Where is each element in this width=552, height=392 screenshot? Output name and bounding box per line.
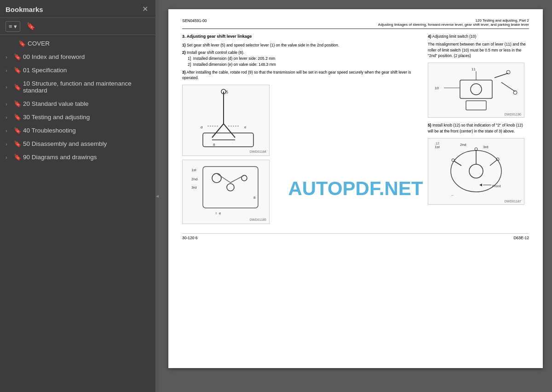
sidebar-item-50[interactable]: › 🔖 50 Disassembly and assembly [0,137,155,150]
svg-text:8: 8 [253,196,256,200]
sidebar-item-label: 30 Testing and adjusting [23,114,152,121]
step-2: 2) Install gear shift control cable (8).… [182,50,419,67]
step-4-title: 4) Adjusting limit switch (10) [428,34,529,40]
main-content: AUTOPDF.NET SEN04591-00 120 Testing and … [159,0,552,392]
diagram-left-top: 5 8 d e DWD01184 [182,85,270,156]
sidebar-item-20[interactable]: › 🔖 20 Standard value table [0,97,155,110]
page-header: SEN04591-00 120 Testing and adjusting, P… [182,18,529,29]
right-column: 4) Adjusting limit switch (10) The misal… [428,34,529,228]
close-button[interactable]: ✕ [140,5,150,14]
sidebar-toolbar: ≡ ▾ 🔖 [0,18,155,35]
diagram-label-top-right: DWD01190 [505,113,521,116]
svg-rect-15 [203,167,258,208]
svg-text:2nd: 2nd [191,177,197,181]
chevron-right-icon: › [6,128,12,133]
diagram-label-left-top: DWD01184 [250,150,266,155]
sidebar-item-label: 01 Specification [23,67,152,74]
chevron-right-icon: › [6,54,12,60]
sidebar-item-01[interactable]: › 🔖 01 Specification [0,63,155,77]
chevron-right-icon: › [6,84,12,90]
chevron-right-icon: › [6,141,12,147]
sidebar-item-90[interactable]: › 🔖 90 Diagrams and drawings [0,150,155,164]
diagram-label-bottom-right: DWD01187 [505,200,521,203]
sidebar-item-label: 50 Disassembly and assembly [23,140,152,147]
bookmark-icon: 🔖 [14,67,21,74]
sidebar-item-label: 00 Index and foreword [23,53,152,60]
svg-text:e: e [244,125,247,129]
chevron-right-icon: › [6,68,12,73]
svg-text:8: 8 [213,143,215,147]
document-page: AUTOPDF.NET SEN04591-00 120 Testing and … [168,9,543,368]
svg-text:l: l [216,211,217,215]
diagram-label-left-bottom: DWD01185 [250,218,266,223]
bookmark-icon: 🔖 [14,53,21,60]
sidebar-title: Bookmarks [6,6,43,13]
svg-rect-28 [466,101,486,110]
bookmark-icon: 🔖 [14,100,21,107]
bookmark-list: 🔖 COVER › 🔖 00 Index and foreword › 🔖 01… [0,35,155,392]
bookmark-icon: 🔖 [14,127,21,134]
diagram-bottom-right: 1st 2nd 3rd 12 [428,138,524,205]
sidebar-item-label: COVER [28,40,152,47]
bookmark-icon: 🔖 [18,40,26,47]
svg-point-44 [475,148,477,150]
svg-marker-49 [479,184,482,186]
chevron-right-icon: › [6,101,12,107]
sidebar-header: Bookmarks ✕ [0,0,155,18]
document-code: D63E-12 [513,236,529,240]
bookmark-add-button[interactable]: 🔖 [24,21,38,32]
sidebar-item-40[interactable]: › 🔖 40 Troubleshooting [0,124,155,137]
svg-line-45 [490,160,497,166]
svg-text:3rd: 3rd [483,145,489,149]
step-4-text: The misalignment between the cam of leve… [428,41,529,59]
svg-text:11: 11 [472,67,476,71]
svg-text:5: 5 [226,90,228,94]
step-3: 3) After installing the cable, rotate ro… [182,69,419,81]
bookmark-icon: 🔖 [14,140,21,147]
list-view-button[interactable]: ≡ ▾ [6,21,20,32]
section-title: 3. Adjusting gear shift lever linkage [182,34,419,40]
svg-point-17 [227,184,234,191]
diagram-left-bottom: 1st 2nd 3rd l e 8 DWD01185 [182,160,270,224]
page-footer: 30-120 6 D63E-12 [182,233,529,240]
svg-line-20 [230,175,244,183]
sidebar: Bookmarks ✕ ≡ ▾ 🔖 🔖 COVER › 🔖 00 Index a… [0,0,155,392]
sidebar-item-label: 10 Structure, function and maintenance s… [23,80,152,94]
chevron-right-icon: › [6,155,12,160]
diagram-top-right: 11 10 DWD01190 [428,63,524,118]
svg-line-19 [217,173,230,183]
svg-point-27 [471,84,482,95]
sidebar-item-label: 40 Troubleshooting [23,127,152,134]
page-header-title: 120 Testing and adjusting, Part 2Adjusti… [378,18,529,27]
chevron-right-icon: › [6,115,12,120]
sidebar-item-10[interactable]: › 🔖 10 Structure, function and maintenan… [0,77,155,97]
svg-text:d: d [201,125,202,129]
sidebar-item-label: 20 Standard value table [23,100,152,107]
bookmark-icon: 🔖 [14,84,21,91]
svg-line-31 [494,73,508,78]
sidebar-item-30[interactable]: › 🔖 30 Testing and adjusting [0,110,155,124]
svg-text:1st: 1st [435,145,440,149]
sidebar-item-cover[interactable]: 🔖 COVER [0,37,155,50]
content-area: 3. Adjusting gear shift lever linkage 1)… [182,34,529,228]
page-number: 30-120 6 [182,236,198,240]
sidebar-item-label: 90 Diagrams and drawings [23,154,152,161]
bookmark-icon: 🔖 [14,154,21,161]
svg-text:2nd: 2nd [460,143,466,147]
svg-point-32 [506,70,510,74]
svg-text:12: 12 [436,142,439,145]
step-5-title: 5) Install knob (12) so that indication … [428,122,529,134]
svg-point-42 [452,159,454,161]
svg-point-40 [469,164,483,178]
svg-text:←: ← [451,193,454,197]
svg-text:e: e [219,211,221,215]
svg-text:Front: Front [492,184,501,188]
svg-text:1st: 1st [191,168,196,172]
svg-text:10: 10 [435,86,439,90]
left-column: 3. Adjusting gear shift lever linkage 1)… [182,34,419,228]
svg-line-41 [454,161,461,166]
svg-point-16 [212,173,221,183]
page-header-id: SEN04591-00 [182,18,207,23]
sidebar-item-00[interactable]: › 🔖 00 Index and foreword [0,50,155,63]
resize-handle[interactable]: ◂ [155,0,159,392]
